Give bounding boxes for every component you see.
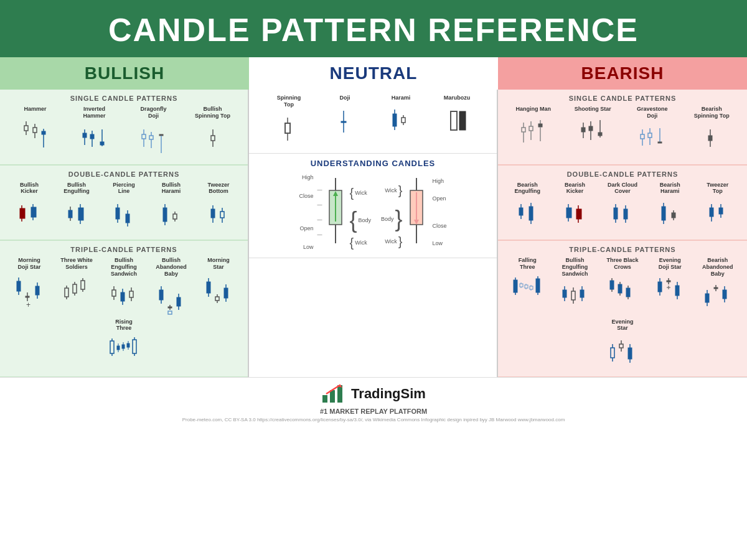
bullish-candle-svg (323, 175, 348, 250)
pattern-dragonfly-doji-candle (135, 122, 172, 159)
svg-rect-132 (402, 118, 405, 123)
category-row: BULLISH NEUTRAL BEARISH (0, 57, 747, 90)
footer-logo-text: TradingSim (351, 386, 426, 402)
bullish-triple-title: TRIPLE-CANDLE PATTERNS (6, 246, 242, 253)
pattern-piercing-line: PiercingLine (103, 182, 145, 235)
svg-rect-43 (116, 208, 120, 219)
svg-rect-13 (90, 134, 94, 139)
svg-rect-179 (529, 207, 533, 220)
pattern-bullish-spinning-top-label: BullishSpinning Top (195, 106, 230, 119)
bearish-double-section: DOUBLE-CANDLE PATTERNS BearishEngulfing (498, 165, 747, 241)
svg-rect-236 (626, 288, 630, 297)
neutral-single-section: SpinningTop (249, 90, 497, 154)
main-content: SINGLE CANDLE PATTERNS Hammer (0, 90, 747, 377)
header: CANDLE PATTERN REFERENCE (0, 0, 747, 57)
pattern-doji: Doji (324, 95, 366, 141)
pattern-bearish-engulfing: BearishEngulfing (506, 182, 548, 235)
pattern-bullish-kicker: BullishKicker (8, 182, 50, 235)
bullish-double-title: DOUBLE-CANDLE PATTERNS (6, 170, 242, 178)
bullish-diagram: High Close Open Low — — — — (299, 174, 371, 250)
svg-rect-80 (112, 290, 116, 296)
svg-rect-4 (33, 128, 37, 133)
svg-rect-265 (628, 348, 632, 359)
pattern-spinning-top: SpinningTop (268, 95, 310, 148)
pattern-bullish-spinning-top-candle (194, 122, 232, 159)
bearish-diagram: Wick } Body } Wick } (381, 174, 447, 250)
svg-rect-259 (611, 348, 614, 358)
svg-rect-83 (121, 292, 125, 301)
pattern-bullish-engulfing: BullishEngulfing (55, 182, 98, 235)
svg-rect-52 (173, 214, 177, 219)
svg-rect-211 (525, 285, 528, 288)
pattern-three-black-crows: Three BlackCrows (601, 257, 644, 310)
pattern-dragonfly-doji: DragonflyDoji (133, 106, 175, 159)
svg-rect-267 (322, 395, 327, 403)
bullish-category: BULLISH (0, 57, 249, 90)
pattern-bearish-engulfing-sandwich: BullishEngulfingSandwich (554, 257, 596, 317)
pattern-bearish-spinning-top: BearishSpinning Top (690, 106, 733, 159)
svg-rect-176 (519, 208, 523, 215)
pattern-bearish-abandoned-baby: BearishAbandonedBaby (697, 257, 739, 317)
footer-credits: Probe-meteo.com, CC BY-SA 3.0 https://cr… (182, 417, 565, 422)
svg-rect-262 (619, 344, 623, 348)
pattern-evening-doji-star: EveningDoji Star (649, 257, 691, 310)
svg-rect-156 (581, 128, 585, 132)
bearish-single-title: SINGLE CANDLE PATTERNS (504, 95, 741, 102)
neutral-label: NEUTRAL (330, 63, 418, 83)
svg-rect-92 (168, 307, 172, 308)
svg-rect-203 (719, 208, 723, 214)
bearish-column: SINGLE CANDLE PATTERNS Hanging Man (498, 90, 747, 377)
pattern-rising-three: RisingThree (103, 319, 145, 372)
svg-rect-55 (211, 209, 215, 218)
svg-rect-123 (285, 123, 290, 133)
bullish-single-grid: Hammer (6, 106, 242, 159)
pattern-inverted-hammer: InvertedHammer (73, 106, 116, 159)
pattern-marubozu: Marubozu (436, 95, 478, 141)
svg-rect-250 (705, 294, 709, 302)
svg-rect-7 (42, 131, 45, 134)
svg-rect-221 (563, 290, 566, 297)
svg-rect-242 (667, 281, 670, 282)
svg-rect-206 (514, 280, 517, 292)
pattern-dragonfly-doji-label: DragonflyDoji (140, 106, 166, 119)
body-label: Body (358, 217, 371, 223)
wick-label-bottom: Wick (355, 240, 367, 246)
svg-rect-77 (81, 281, 85, 289)
pattern-bullish-abandoned-baby: BullishAbandonedBaby (150, 257, 192, 317)
bearish-double-title: DOUBLE-CANDLE PATTERNS (504, 170, 741, 178)
svg-rect-224 (571, 291, 575, 300)
svg-rect-68 (35, 286, 39, 295)
footer-tagline: #1 MARKET REPLAY PLATFORM (320, 408, 427, 415)
svg-rect-162 (598, 133, 602, 136)
svg-rect-159 (589, 126, 593, 131)
pattern-bullish-spinning-top: BullishSpinning Top (192, 106, 234, 159)
pattern-bearish-harami: BearishHarami (649, 182, 691, 235)
svg-rect-108 (110, 341, 114, 353)
wick-label-top: Wick (355, 190, 367, 196)
svg-rect-168 (648, 133, 652, 138)
neutral-column: SpinningTop (249, 90, 498, 377)
svg-rect-194 (662, 207, 665, 220)
svg-rect-31 (20, 208, 25, 218)
svg-rect-200 (710, 208, 713, 217)
bearish-triple-grid: FallingThree (504, 257, 741, 371)
bullish-triple-grid: MorningDoji Star (6, 257, 242, 371)
svg-rect-147 (522, 128, 525, 132)
neutral-single-grid: SpinningTop (255, 95, 491, 148)
svg-rect-233 (618, 284, 622, 293)
svg-rect-102 (215, 297, 219, 301)
neutral-triple-section (249, 258, 497, 357)
svg-rect-120 (133, 340, 136, 353)
svg-rect-94 (168, 311, 172, 314)
pattern-falling-three: FallingThree (506, 257, 548, 310)
svg-rect-171 (658, 142, 662, 143)
svg-rect-227 (580, 290, 584, 297)
svg-rect-134 (451, 111, 457, 130)
neutral-category: NEUTRAL (249, 57, 498, 90)
svg-rect-153 (538, 124, 542, 127)
svg-rect-61 (17, 281, 21, 291)
svg-rect-74 (73, 284, 77, 293)
svg-rect-111 (117, 346, 120, 350)
svg-rect-25 (159, 134, 163, 136)
bullish-triple-section: TRIPLE-CANDLE PATTERNS MorningDoji Star (0, 240, 248, 377)
